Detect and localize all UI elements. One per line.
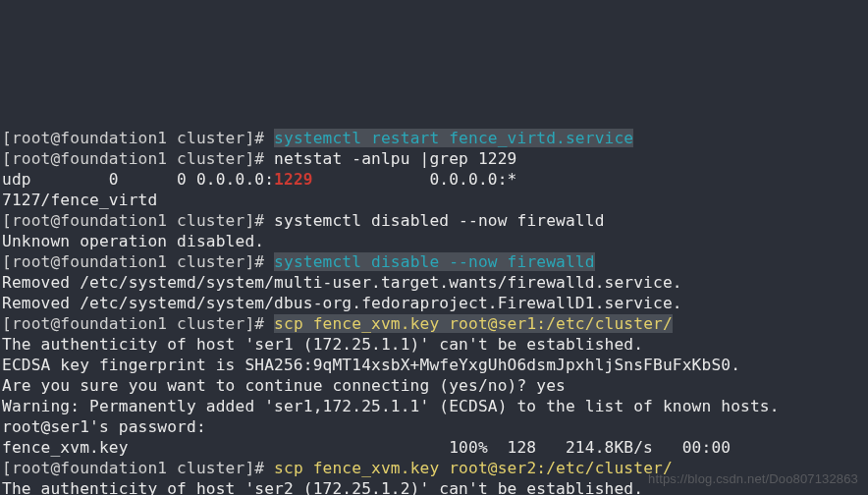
command-scp-ser2: scp fence_xvm.key root@ser2:/etc/cluster… [274,459,673,477]
output-line: udp 0 0 0.0.0.0: [2,170,274,189]
prompt: [root@foundation1 cluster]# [2,314,274,333]
port-highlight: 1229 [274,170,313,189]
output-line: Unknown operation disabled. [2,232,264,250]
prompt: [root@foundation1 cluster]# [2,149,274,168]
watermark: https://blog.csdn.net/Doo807132863 [648,468,858,489]
command-scp-ser1: scp fence_xvm.key root@ser1:/etc/cluster… [274,314,673,333]
output-line: The authenticity of host 'ser2 (172.25.1… [2,479,643,495]
command-systemctl-restart: systemctl restart fence_virtd.service [274,129,633,147]
output-line: root@ser1's password: [2,417,206,436]
prompt: [root@foundation1 cluster]# [2,459,274,477]
output-line: The authenticity of host 'ser1 (172.25.1… [2,335,643,354]
prompt: [root@foundation1 cluster]# [2,129,274,147]
command-systemctl-disabled-typo: systemctl disabled --now firewalld [274,211,604,230]
terminal[interactable]: [root@foundation1 cluster]# systemctl re… [0,103,868,495]
output-line: 0.0.0.0:* [313,170,517,189]
output-line: fence_xvm.key 100% 128 214.8KB/s 00:00 [2,438,731,457]
output-line: ECDSA key fingerprint is SHA256:9qMT14xs… [2,356,740,374]
prompt: [root@foundation1 cluster]# [2,252,274,271]
output-line: Removed /etc/systemd/system/multi-user.t… [2,273,682,292]
prompt: [root@foundation1 cluster]# [2,211,274,230]
command-systemctl-disable: systemctl disable --now firewalld [274,252,595,271]
output-line: Are you sure you want to continue connec… [2,376,566,395]
command-netstat: netstat -anlpu |grep 1229 [274,149,516,168]
output-line: 7127/fence_virtd [2,191,157,209]
output-line: Warning: Permanently added 'ser1,172.25.… [2,397,780,415]
output-line: Removed /etc/systemd/system/dbus-org.fed… [2,294,682,312]
